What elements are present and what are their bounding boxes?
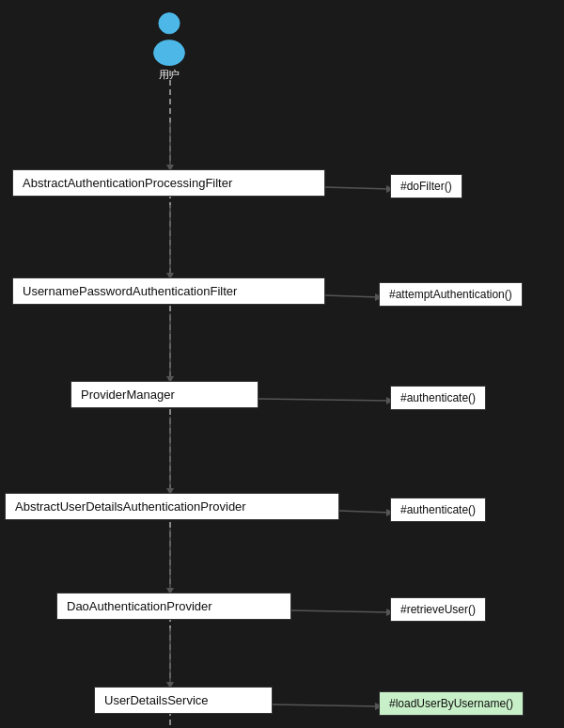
method-box-retrieve-user: #retrieveUser() (390, 597, 486, 622)
diagram-container: 用户 AbstractAuthenticationProcessingFilte… (0, 0, 564, 728)
svg-rect-27 (153, 44, 184, 61)
method-box-authenticate-2: #authenticate() (390, 498, 486, 522)
svg-line-17 (258, 399, 390, 401)
method-box-attempt-auth: #attemptAuthentication() (379, 282, 523, 307)
class-box-provider-manager: ProviderManager (70, 381, 258, 408)
method-box-load-user: #loadUserByUsername() (379, 691, 524, 716)
svg-point-25 (159, 13, 180, 34)
class-box-dao-auth-provider: DaoAuthenticationProvider (56, 593, 291, 620)
svg-line-21 (291, 610, 390, 612)
class-box-abstract-userdetails-provider: AbstractUserDetailsAuthenticationProvide… (5, 493, 339, 520)
svg-line-13 (325, 187, 390, 189)
svg-line-19 (339, 511, 390, 513)
class-box-username-password-filter: UsernamePasswordAuthenticationFilter (12, 277, 325, 305)
class-box-userdetails-service: UserDetailsService (94, 687, 273, 714)
user-figure (146, 9, 193, 66)
user-label: 用户 (159, 68, 180, 82)
method-box-authenticate-1: #authenticate() (390, 386, 486, 410)
svg-line-15 (325, 295, 379, 297)
user-icon: 用户 (146, 9, 193, 82)
method-box-dofilter: #doFilter() (390, 174, 462, 198)
svg-line-23 (273, 704, 379, 706)
class-box-abstract-auth-filter: AbstractAuthenticationProcessingFilter (12, 169, 325, 197)
